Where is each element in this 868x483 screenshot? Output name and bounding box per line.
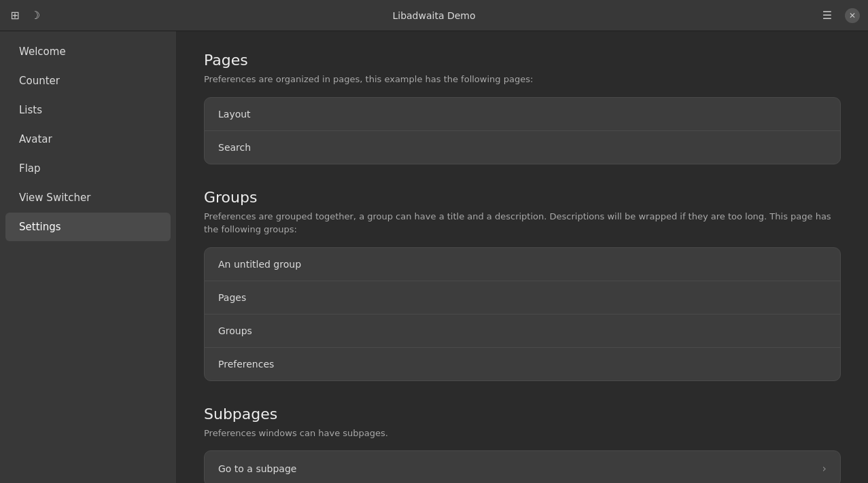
menu-icon[interactable]: ☰ (820, 9, 834, 22)
close-button[interactable]: ✕ (845, 8, 860, 23)
section-title-groups: Groups (204, 189, 841, 206)
list-box-subpages: Go to a subpage› (204, 450, 841, 483)
main-content: PagesPreferences are organized in pages,… (177, 31, 868, 483)
app-body: WelcomeCounterListsAvatarFlapView Switch… (0, 31, 868, 483)
list-item[interactable]: Search (205, 131, 840, 164)
list-item[interactable]: Preferences (205, 348, 840, 380)
titlebar: ⊞ ☽ Libadwaita Demo ☰ ✕ (0, 0, 868, 31)
list-item[interactable]: Pages (205, 281, 840, 315)
section-subpages: SubpagesPreferences windows can have sub… (204, 406, 841, 484)
sidebar-item-flap[interactable]: Flap (5, 154, 171, 183)
grid-icon[interactable]: ⊞ (8, 9, 22, 22)
list-item-label: Go to a subpage (218, 463, 296, 474)
list-item[interactable]: Groups (205, 315, 840, 348)
list-item-label: Groups (218, 325, 252, 336)
list-box-groups: An untitled groupPagesGroupsPreferences (204, 247, 841, 381)
section-pages: PagesPreferences are organized in pages,… (204, 52, 841, 164)
sidebar-item-settings[interactable]: Settings (5, 213, 171, 241)
section-title-subpages: Subpages (204, 406, 841, 423)
sidebar: WelcomeCounterListsAvatarFlapView Switch… (0, 31, 177, 483)
list-item[interactable]: An untitled group (205, 248, 840, 281)
list-item-label: Pages (218, 292, 246, 303)
section-title-pages: Pages (204, 52, 841, 69)
list-item[interactable]: Go to a subpage› (205, 451, 840, 483)
list-item-label: An untitled group (218, 259, 301, 270)
sidebar-item-avatar[interactable]: Avatar (5, 125, 171, 154)
titlebar-left: ⊞ ☽ (8, 9, 42, 22)
sidebar-item-counter[interactable]: Counter (5, 67, 171, 95)
list-item-label: Preferences (218, 359, 274, 370)
sidebar-item-welcome[interactable]: Welcome (5, 37, 171, 66)
list-box-pages: LayoutSearch (204, 97, 841, 164)
moon-icon[interactable]: ☽ (29, 9, 42, 22)
section-description-subpages: Preferences windows can have subpages. (204, 427, 841, 440)
sidebar-item-lists[interactable]: Lists (5, 96, 171, 124)
list-item-label: Layout (218, 109, 251, 120)
section-description-groups: Preferences are grouped together, a grou… (204, 210, 841, 236)
titlebar-right: ☰ ✕ (820, 8, 860, 23)
window-title: Libadwaita Demo (392, 10, 475, 21)
section-description-pages: Preferences are organized in pages, this… (204, 73, 841, 86)
chevron-right-icon: › (822, 462, 827, 475)
sidebar-item-view-switcher[interactable]: View Switcher (5, 183, 171, 212)
list-item-label: Search (218, 142, 251, 153)
list-item[interactable]: Layout (205, 98, 840, 131)
section-groups: GroupsPreferences are grouped together, … (204, 189, 841, 381)
